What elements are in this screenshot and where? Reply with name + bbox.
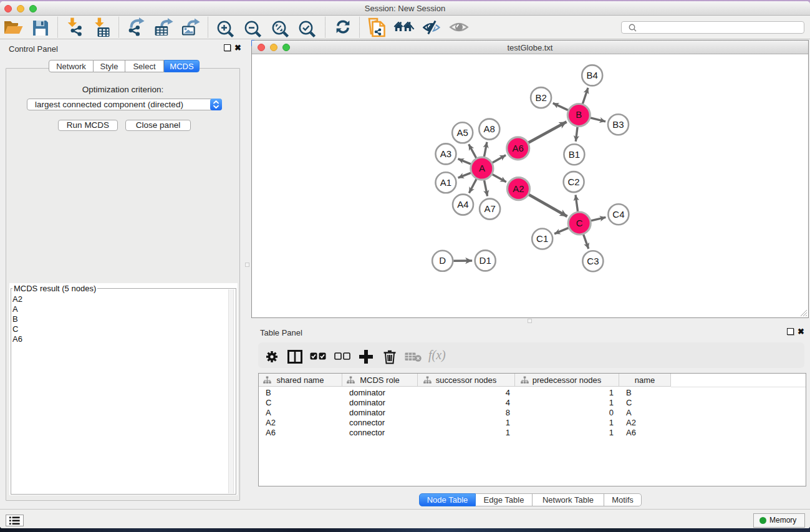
svg-text:A8: A8	[484, 123, 495, 134]
svg-text:A7: A7	[484, 203, 495, 214]
svg-text:B: B	[576, 109, 582, 120]
svg-text:B3: B3	[612, 119, 624, 130]
svg-text:A2: A2	[513, 183, 524, 194]
svg-text:B4: B4	[587, 70, 598, 80]
svg-text:D: D	[439, 255, 446, 266]
svg-text:C4: C4	[612, 209, 624, 220]
svg-text:A6: A6	[513, 143, 524, 153]
svg-text:C2: C2	[568, 177, 580, 187]
svg-text:B1: B1	[569, 149, 580, 160]
svg-text:C1: C1	[536, 233, 548, 244]
svg-text:C: C	[576, 218, 583, 228]
svg-text:A5: A5	[457, 127, 468, 138]
svg-text:A1: A1	[440, 177, 451, 188]
svg-text:D1: D1	[480, 255, 491, 266]
svg-text:B2: B2	[535, 92, 546, 103]
svg-text:A3: A3	[440, 148, 451, 159]
svg-text:A4: A4	[457, 199, 468, 210]
svg-text:A: A	[479, 163, 485, 173]
svg-text:C3: C3	[587, 256, 599, 266]
